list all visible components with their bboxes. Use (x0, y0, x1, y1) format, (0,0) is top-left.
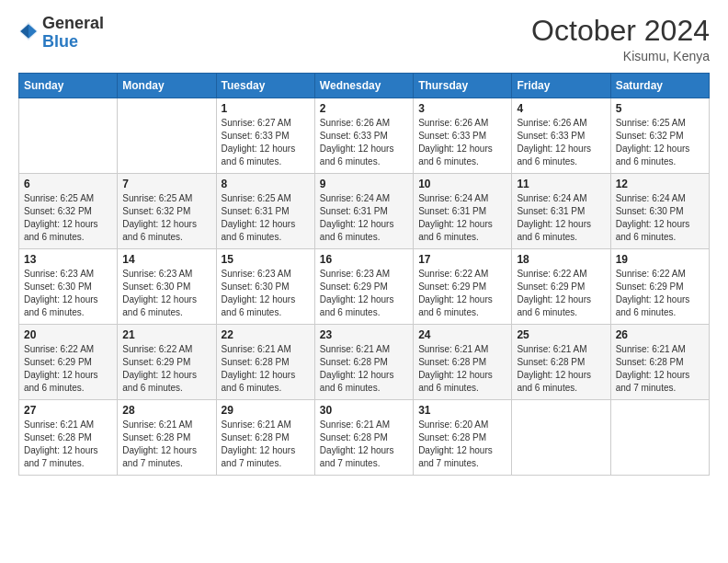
table-cell: 17Sunrise: 6:22 AMSunset: 6:29 PMDayligh… (414, 249, 512, 325)
day-number: 24 (418, 328, 506, 341)
table-cell: 12Sunrise: 6:24 AMSunset: 6:30 PMDayligh… (610, 174, 709, 249)
day-info: Sunrise: 6:25 AMSunset: 6:31 PMDaylight:… (222, 192, 310, 244)
table-cell: 6Sunrise: 6:25 AMSunset: 6:32 PMDaylight… (19, 174, 118, 249)
day-number: 31 (418, 404, 506, 417)
day-info: Sunrise: 6:23 AMSunset: 6:30 PMDaylight:… (24, 268, 112, 319)
day-info: Sunrise: 6:27 AMSunset: 6:33 PMDaylight:… (222, 117, 310, 168)
weekday-header-row: Sunday Monday Tuesday Wednesday Thursday… (19, 74, 710, 98)
day-number: 17 (418, 253, 506, 266)
day-number: 8 (222, 178, 310, 190)
header-sunday: Sunday (19, 74, 118, 98)
day-info: Sunrise: 6:21 AMSunset: 6:28 PMDaylight:… (222, 343, 310, 395)
table-cell: 9Sunrise: 6:24 AMSunset: 6:31 PMDaylight… (314, 174, 413, 249)
day-info: Sunrise: 6:26 AMSunset: 6:33 PMDaylight:… (320, 117, 408, 168)
table-cell: 26Sunrise: 6:21 AMSunset: 6:28 PMDayligh… (610, 325, 709, 400)
day-info: Sunrise: 6:21 AMSunset: 6:28 PMDaylight:… (320, 419, 408, 470)
table-cell (512, 400, 610, 476)
table-cell: 29Sunrise: 6:21 AMSunset: 6:28 PMDayligh… (216, 400, 314, 476)
calendar-table: Sunday Monday Tuesday Wednesday Thursday… (18, 73, 710, 476)
day-number: 29 (222, 404, 310, 417)
page: General Blue October 2024 Kisumu, Kenya … (0, 0, 728, 563)
header-tuesday: Tuesday (216, 74, 314, 98)
week-row-0: 1Sunrise: 6:27 AMSunset: 6:33 PMDaylight… (19, 98, 710, 174)
table-cell (118, 98, 216, 174)
day-info: Sunrise: 6:24 AMSunset: 6:31 PMDaylight:… (517, 192, 605, 244)
header: General Blue October 2024 Kisumu, Kenya (18, 15, 710, 63)
day-info: Sunrise: 6:21 AMSunset: 6:28 PMDaylight:… (418, 343, 506, 395)
day-number: 30 (320, 404, 408, 417)
day-info: Sunrise: 6:21 AMSunset: 6:28 PMDaylight:… (517, 343, 605, 395)
logo-blue: Blue (42, 33, 104, 52)
table-cell: 14Sunrise: 6:23 AMSunset: 6:30 PMDayligh… (118, 249, 216, 325)
table-cell: 1Sunrise: 6:27 AMSunset: 6:33 PMDaylight… (216, 98, 314, 174)
header-monday: Monday (118, 74, 216, 98)
logo-icon (18, 21, 39, 41)
header-wednesday: Wednesday (314, 74, 413, 98)
week-row-3: 20Sunrise: 6:22 AMSunset: 6:29 PMDayligh… (19, 325, 710, 400)
day-number: 1 (222, 102, 310, 115)
day-number: 23 (320, 328, 408, 341)
day-info: Sunrise: 6:20 AMSunset: 6:28 PMDaylight:… (418, 419, 506, 470)
day-number: 7 (122, 178, 210, 190)
table-cell: 24Sunrise: 6:21 AMSunset: 6:28 PMDayligh… (414, 325, 512, 400)
day-info: Sunrise: 6:23 AMSunset: 6:30 PMDaylight:… (122, 268, 210, 319)
day-number: 27 (24, 404, 112, 417)
table-cell: 4Sunrise: 6:26 AMSunset: 6:33 PMDaylight… (512, 98, 610, 174)
day-number: 14 (122, 253, 210, 266)
logo-general: General (42, 15, 104, 33)
day-number: 28 (122, 404, 210, 417)
location-title: Kisumu, Kenya (531, 49, 710, 63)
title-block: October 2024 Kisumu, Kenya (531, 15, 710, 63)
week-row-4: 27Sunrise: 6:21 AMSunset: 6:28 PMDayligh… (19, 400, 710, 476)
logo-text-block: General Blue (42, 15, 104, 52)
day-info: Sunrise: 6:21 AMSunset: 6:28 PMDaylight:… (122, 419, 210, 470)
day-number: 11 (517, 178, 605, 190)
day-info: Sunrise: 6:23 AMSunset: 6:29 PMDaylight:… (320, 268, 408, 319)
table-cell: 5Sunrise: 6:25 AMSunset: 6:32 PMDaylight… (610, 98, 709, 174)
table-cell: 10Sunrise: 6:24 AMSunset: 6:31 PMDayligh… (414, 174, 512, 249)
day-number: 3 (418, 102, 506, 115)
day-info: Sunrise: 6:22 AMSunset: 6:29 PMDaylight:… (418, 268, 506, 319)
day-info: Sunrise: 6:26 AMSunset: 6:33 PMDaylight:… (418, 117, 506, 168)
day-info: Sunrise: 6:25 AMSunset: 6:32 PMDaylight:… (616, 117, 704, 168)
table-cell (19, 98, 118, 174)
table-cell: 28Sunrise: 6:21 AMSunset: 6:28 PMDayligh… (118, 400, 216, 476)
day-number: 6 (24, 178, 112, 190)
day-info: Sunrise: 6:22 AMSunset: 6:29 PMDaylight:… (616, 268, 704, 319)
table-cell: 7Sunrise: 6:25 AMSunset: 6:32 PMDaylight… (118, 174, 216, 249)
header-friday: Friday (512, 74, 610, 98)
day-info: Sunrise: 6:24 AMSunset: 6:31 PMDaylight:… (320, 192, 408, 244)
day-number: 2 (320, 102, 408, 115)
day-number: 18 (517, 253, 605, 266)
day-number: 25 (517, 328, 605, 341)
week-row-2: 13Sunrise: 6:23 AMSunset: 6:30 PMDayligh… (19, 249, 710, 325)
day-info: Sunrise: 6:21 AMSunset: 6:28 PMDaylight:… (222, 419, 310, 470)
day-number: 13 (24, 253, 112, 266)
day-info: Sunrise: 6:22 AMSunset: 6:29 PMDaylight:… (517, 268, 605, 319)
logo: General Blue (18, 15, 104, 52)
day-number: 4 (517, 102, 605, 115)
table-cell: 27Sunrise: 6:21 AMSunset: 6:28 PMDayligh… (19, 400, 118, 476)
week-row-1: 6Sunrise: 6:25 AMSunset: 6:32 PMDaylight… (19, 174, 710, 249)
day-info: Sunrise: 6:21 AMSunset: 6:28 PMDaylight:… (320, 343, 408, 395)
table-cell: 30Sunrise: 6:21 AMSunset: 6:28 PMDayligh… (314, 400, 413, 476)
table-cell: 19Sunrise: 6:22 AMSunset: 6:29 PMDayligh… (610, 249, 709, 325)
table-cell: 25Sunrise: 6:21 AMSunset: 6:28 PMDayligh… (512, 325, 610, 400)
day-number: 22 (222, 328, 310, 341)
day-number: 16 (320, 253, 408, 266)
day-number: 21 (122, 328, 210, 341)
table-cell: 3Sunrise: 6:26 AMSunset: 6:33 PMDaylight… (414, 98, 512, 174)
table-cell: 22Sunrise: 6:21 AMSunset: 6:28 PMDayligh… (216, 325, 314, 400)
table-cell: 18Sunrise: 6:22 AMSunset: 6:29 PMDayligh… (512, 249, 610, 325)
header-saturday: Saturday (610, 74, 709, 98)
day-number: 5 (616, 102, 704, 115)
day-number: 20 (24, 328, 112, 341)
day-info: Sunrise: 6:21 AMSunset: 6:28 PMDaylight:… (616, 343, 704, 395)
day-info: Sunrise: 6:24 AMSunset: 6:31 PMDaylight:… (418, 192, 506, 244)
day-number: 15 (222, 253, 310, 266)
day-info: Sunrise: 6:25 AMSunset: 6:32 PMDaylight:… (24, 192, 112, 244)
day-number: 12 (616, 178, 704, 190)
table-cell (610, 400, 709, 476)
day-number: 19 (616, 253, 704, 266)
table-cell: 8Sunrise: 6:25 AMSunset: 6:31 PMDaylight… (216, 174, 314, 249)
